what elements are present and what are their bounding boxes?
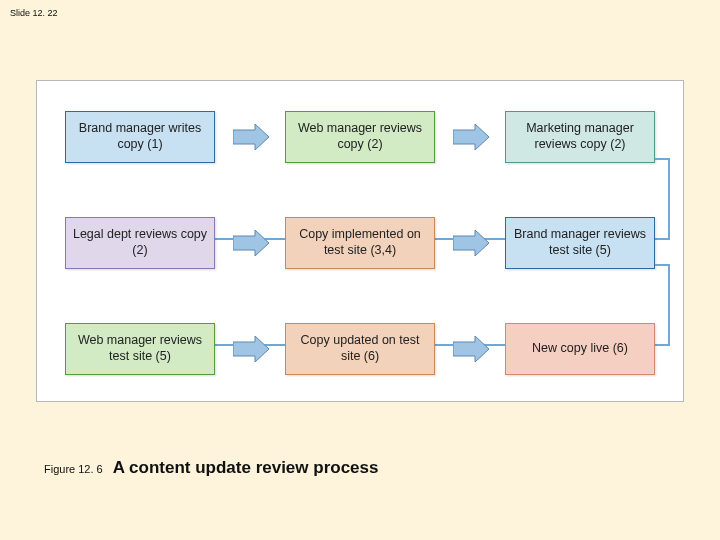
svg-marker-5 — [453, 336, 489, 362]
figure-caption: Figure 12. 6 A content update review pro… — [44, 458, 378, 478]
arrow-right-icon — [233, 230, 269, 256]
node-brand-manager-writes: Brand manager writes copy (1) — [65, 111, 215, 163]
node-copy-implemented: Copy implemented on test site (3,4) — [285, 217, 435, 269]
diagram-frame: Brand manager writes copy (1) Web manage… — [36, 80, 684, 402]
svg-marker-3 — [453, 230, 489, 256]
arrow-right-icon — [453, 230, 489, 256]
node-copy-updated: Copy updated on test site (6) — [285, 323, 435, 375]
flow-row-1: Brand manager writes copy (1) Web manage… — [37, 107, 683, 167]
flow-row-3: Web manager reviews test site (5) Copy u… — [37, 319, 683, 379]
svg-marker-2 — [233, 230, 269, 256]
svg-marker-4 — [233, 336, 269, 362]
slide-number: Slide 12. 22 — [10, 8, 58, 18]
node-web-manager-reviews-copy: Web manager reviews copy (2) — [285, 111, 435, 163]
arrow-right-icon — [453, 124, 489, 150]
node-legal-reviews: Legal dept reviews copy (2) — [65, 217, 215, 269]
figure-title: A content update review process — [113, 458, 379, 478]
svg-marker-1 — [453, 124, 489, 150]
node-brand-manager-reviews-site: Brand manager reviews test site (5) — [505, 217, 655, 269]
svg-marker-0 — [233, 124, 269, 150]
node-marketing-manager-reviews: Marketing manager reviews copy (2) — [505, 111, 655, 163]
flow-row-2: Legal dept reviews copy (2) Copy impleme… — [37, 213, 683, 273]
node-new-copy-live: New copy live (6) — [505, 323, 655, 375]
arrow-right-icon — [453, 336, 489, 362]
node-web-manager-reviews-site: Web manager reviews test site (5) — [65, 323, 215, 375]
arrow-right-icon — [233, 336, 269, 362]
arrow-right-icon — [233, 124, 269, 150]
figure-label: Figure 12. 6 — [44, 463, 103, 475]
